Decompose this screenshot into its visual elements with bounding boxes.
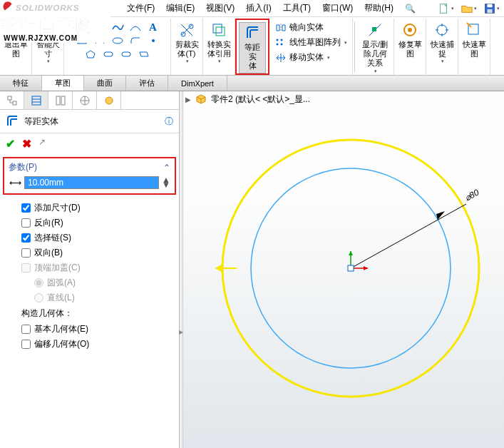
dimension-line[interactable]: [351, 204, 466, 268]
svg-marker-34: [215, 264, 222, 273]
panel-tab-config[interactable]: [48, 91, 73, 109]
plane-tool[interactable]: [136, 48, 152, 61]
svg-marker-36: [364, 266, 368, 270]
svg-rect-15: [216, 27, 225, 36]
svg-point-8: [113, 38, 123, 44]
quick-sketch-button[interactable]: 快速草 图: [461, 20, 488, 60]
svg-point-12: [181, 32, 185, 36]
svg-point-31: [106, 97, 113, 104]
new-button[interactable]: ▾: [436, 1, 456, 16]
quick-snap-button[interactable]: 快速捕 捉 ▾: [428, 20, 456, 66]
menu-view[interactable]: 视图(V): [200, 0, 240, 16]
tab-evaluate[interactable]: 评估: [126, 76, 168, 91]
offset-distance-icon: ⟷: [9, 178, 21, 188]
panel-tab-property-manager[interactable]: [24, 91, 48, 109]
tab-surface[interactable]: 曲面: [84, 76, 126, 91]
svg-rect-11: [122, 52, 130, 56]
sketch-origin: [348, 251, 368, 271]
mirror-entities-button[interactable]: 镜向实体: [272, 20, 326, 35]
opt-select-chain[interactable]: 选择链(S): [21, 230, 173, 245]
property-manager: 等距实体 ⓘ ✔ ✖ ↗ 参数(P) ⌃ ⟷ ▲ ▼ 添加尺寸(: [0, 91, 180, 448]
svg-point-18: [277, 43, 279, 45]
svg-rect-3: [487, 4, 492, 8]
offset-entities-button[interactable]: 等距实 体: [239, 22, 266, 73]
ellipse-tool[interactable]: [110, 34, 125, 47]
tab-sketch[interactable]: 草图: [42, 76, 84, 91]
opt-cap-ends: 顶端加盖(C): [21, 260, 173, 275]
tab-dimxpert[interactable]: DimXpert: [168, 76, 227, 91]
opt-offset-geometry[interactable]: 偏移几何体(O): [21, 337, 173, 352]
params-header[interactable]: 参数(P) ⌃: [9, 161, 170, 173]
svg-point-19: [281, 43, 283, 45]
cancel-button[interactable]: ✖: [22, 137, 31, 151]
dimension-text[interactable]: ⌀80: [463, 187, 481, 203]
tab-feature[interactable]: 特征: [0, 76, 42, 91]
collapse-icon[interactable]: ⌃: [163, 163, 170, 173]
svg-text:SOLIDWORKS: SOLIDWORKS: [16, 3, 80, 12]
svg-rect-20: [372, 27, 376, 31]
menu-search-icon[interactable]: 🔍: [399, 1, 421, 16]
svg-point-9: [152, 39, 155, 42]
svg-rect-27: [32, 96, 41, 105]
slot2-tool[interactable]: [118, 48, 134, 61]
offset-direction-arrow: [215, 264, 237, 273]
move-entities-button[interactable]: 移动实体▾: [272, 50, 333, 65]
trim-button[interactable]: 剪裁实 体(T) ▾: [173, 20, 200, 66]
fillet-tool[interactable]: [128, 34, 143, 47]
svg-rect-28: [56, 96, 60, 105]
polygon-tool[interactable]: [83, 48, 98, 61]
open-button[interactable]: ▾: [458, 1, 478, 16]
offset-feature-icon: [6, 114, 20, 128]
quick-access-toolbar: ▾ ▾ ▾: [436, 0, 501, 17]
sketch-canvas: ⌀80: [187, 111, 500, 425]
menu-insert[interactable]: 插入(I): [240, 0, 277, 16]
text-tool[interactable]: A: [145, 21, 161, 34]
display-relations-button[interactable]: 显示/删 除几何 关系 ▾: [359, 20, 391, 76]
watermark-url: WWW.RJZXW.COM: [4, 34, 78, 42]
svg-rect-4: [487, 9, 492, 13]
part-name: 零件2 (默认< <默认>_显...: [211, 93, 310, 106]
menu-window[interactable]: 窗口(W): [317, 0, 359, 16]
menu-file[interactable]: 文件(F): [121, 0, 160, 16]
svg-point-16: [277, 39, 279, 41]
flyout-tree-toggle[interactable]: ▶: [185, 96, 191, 103]
linear-pattern-button[interactable]: 线性草图阵列▾: [272, 35, 350, 50]
repair-sketch-button[interactable]: 修复草 图: [396, 20, 423, 60]
offset-distance-input[interactable]: [24, 176, 159, 189]
spin-down[interactable]: ▼: [162, 183, 170, 188]
svg-rect-14: [213, 24, 222, 33]
spline-tool[interactable]: [110, 21, 125, 34]
opt-reverse[interactable]: 反向(R): [21, 215, 173, 230]
style-spline-tool[interactable]: [128, 21, 143, 34]
graphics-area[interactable]: ▸ ▶ 零件2 (默认< <默认>_显... ⌀80: [180, 91, 504, 448]
menu-help[interactable]: 帮助(H): [359, 0, 399, 16]
ribbon-tabs: 特征 草图 曲面 评估 DimXpert 🔍 ⌕ 🧊 ◧ ⬚ 🌐: [0, 76, 504, 91]
ok-button[interactable]: ✔: [6, 137, 15, 151]
construct-label: 构造几何体：: [21, 305, 173, 322]
svg-rect-10: [104, 52, 113, 56]
svg-rect-39: [348, 265, 354, 271]
convert-entities-button[interactable]: 转换实 体引用 ▾: [205, 20, 232, 66]
panel-tab-display[interactable]: [97, 91, 121, 109]
part-icon: [195, 93, 207, 105]
opt-add-dimension[interactable]: 添加尺寸(D): [21, 200, 173, 215]
opt-base-geometry[interactable]: 基本几何体(E): [21, 322, 173, 337]
svg-rect-29: [61, 96, 65, 105]
svg-rect-25: [8, 96, 11, 100]
menu-edit[interactable]: 编辑(E): [160, 0, 200, 16]
help-icon[interactable]: ⓘ: [165, 116, 173, 128]
splitter[interactable]: ▸: [180, 91, 183, 448]
panel-tab-feature-tree[interactable]: [0, 91, 24, 109]
save-button[interactable]: ▾: [481, 1, 501, 16]
svg-point-13: [189, 24, 193, 29]
panel-tab-dimxpert[interactable]: [73, 91, 97, 109]
opt-bidirectional[interactable]: 双向(B): [21, 245, 173, 260]
svg-point-23: [437, 25, 447, 35]
svg-point-17: [281, 39, 283, 41]
pin-button[interactable]: ↗: [38, 137, 46, 151]
slot-tool[interactable]: [101, 48, 116, 61]
menu-tools[interactable]: 工具(T): [277, 0, 317, 16]
opt-arc: 圆弧(A): [21, 275, 173, 290]
panel-title: 等距实体: [24, 116, 58, 128]
point-tool[interactable]: [145, 34, 161, 47]
